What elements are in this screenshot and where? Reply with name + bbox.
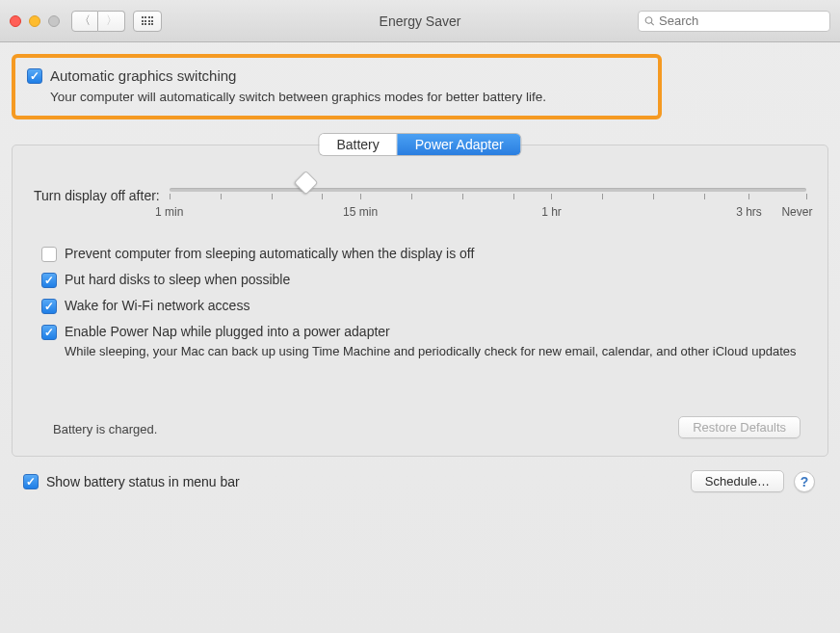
search-icon bbox=[644, 15, 655, 27]
tick-15min: 15 min bbox=[343, 205, 378, 219]
search-field[interactable] bbox=[638, 11, 830, 32]
tick-1hr: 1 hr bbox=[541, 205, 562, 219]
prefs-window: 〈 〉 Energy Saver Automatic graphics swit… bbox=[0, 0, 840, 633]
close-icon[interactable] bbox=[10, 15, 21, 27]
grid-icon bbox=[142, 16, 154, 25]
power-nap-checkbox[interactable] bbox=[41, 325, 57, 340]
tab-battery[interactable]: Battery bbox=[319, 134, 397, 155]
chevron-left-icon: 〈 bbox=[79, 13, 91, 29]
wake-wifi-checkbox[interactable] bbox=[41, 299, 57, 314]
help-icon: ? bbox=[801, 474, 809, 489]
slider-thumb[interactable] bbox=[294, 171, 318, 195]
tick-3hrs: 3 hrs bbox=[736, 205, 762, 219]
option-prevent-sleep: Prevent computer from sleeping automatic… bbox=[41, 246, 806, 262]
display-off-label: Turn display off after: bbox=[34, 188, 160, 203]
option-hard-disks: Put hard disks to sleep when possible bbox=[41, 272, 806, 288]
help-button[interactable]: ? bbox=[794, 471, 815, 492]
show-all-button[interactable] bbox=[133, 11, 162, 32]
auto-graphics-description: Your computer will automatically switch … bbox=[50, 90, 646, 104]
chevron-right-icon: 〉 bbox=[106, 13, 118, 29]
power-nap-label: Enable Power Nap while plugged into a po… bbox=[65, 324, 390, 339]
prevent-sleep-checkbox[interactable] bbox=[41, 247, 57, 262]
auto-graphics-label: Automatic graphics switching bbox=[50, 67, 236, 84]
hard-disks-checkbox[interactable] bbox=[41, 273, 57, 288]
tick-never: Never bbox=[781, 205, 812, 219]
slider-ticks bbox=[170, 194, 806, 201]
content-area: Automatic graphics switching Your comput… bbox=[0, 42, 840, 633]
tick-1min: 1 min bbox=[155, 205, 183, 219]
battery-status: Battery is charged. bbox=[53, 422, 157, 436]
menubar-status-checkbox[interactable] bbox=[23, 474, 39, 489]
power-nap-description: While sleeping, your Mac can back up usi… bbox=[65, 344, 806, 358]
hard-disks-label: Put hard disks to sleep when possible bbox=[65, 272, 290, 287]
settings-panel: Battery Power Adapter Turn display off a… bbox=[12, 145, 828, 457]
minimize-icon[interactable] bbox=[29, 15, 40, 27]
option-wake-wifi: Wake for Wi-Fi network access bbox=[41, 298, 806, 314]
display-off-slider[interactable]: 1 min 15 min 1 hr 3 hrs Never bbox=[170, 188, 806, 221]
tab-power-adapter[interactable]: Power Adapter bbox=[398, 134, 521, 155]
wake-wifi-label: Wake for Wi-Fi network access bbox=[65, 298, 249, 313]
back-button[interactable]: 〈 bbox=[71, 11, 98, 32]
menubar-status-label: Show battery status in menu bar bbox=[46, 474, 240, 489]
auto-graphics-checkbox[interactable] bbox=[27, 68, 42, 84]
option-power-nap: Enable Power Nap while plugged into a po… bbox=[41, 324, 806, 358]
schedule-button[interactable]: Schedule… bbox=[691, 470, 784, 492]
search-input[interactable] bbox=[659, 13, 824, 28]
toolbar: 〈 〉 Energy Saver bbox=[0, 0, 840, 42]
restore-defaults-button[interactable]: Restore Defaults bbox=[678, 416, 801, 438]
forward-button: 〉 bbox=[98, 11, 125, 32]
auto-graphics-section: Automatic graphics switching Your comput… bbox=[12, 54, 662, 119]
zoom-icon bbox=[48, 15, 60, 27]
prevent-sleep-label: Prevent computer from sleeping automatic… bbox=[65, 246, 474, 261]
